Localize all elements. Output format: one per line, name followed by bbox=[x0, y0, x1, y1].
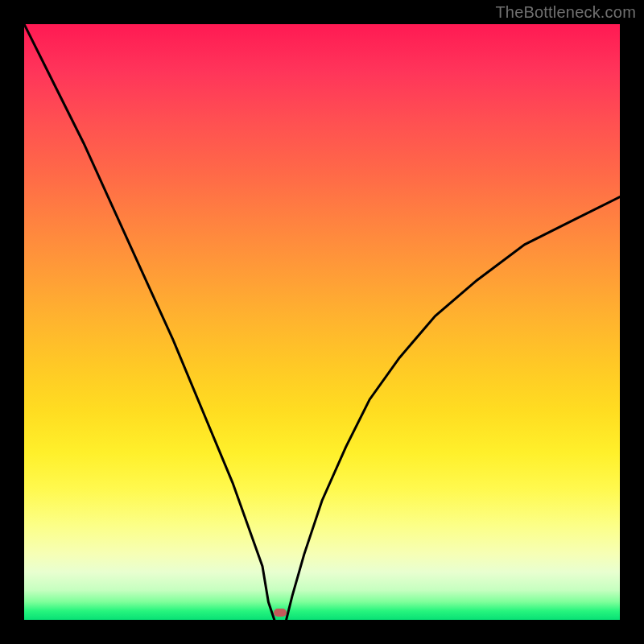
gradient-plot-area bbox=[24, 24, 620, 620]
chart-frame: TheBottleneck.com bbox=[0, 0, 644, 644]
watermark-text: TheBottleneck.com bbox=[495, 3, 636, 22]
min-point-marker bbox=[274, 609, 287, 617]
